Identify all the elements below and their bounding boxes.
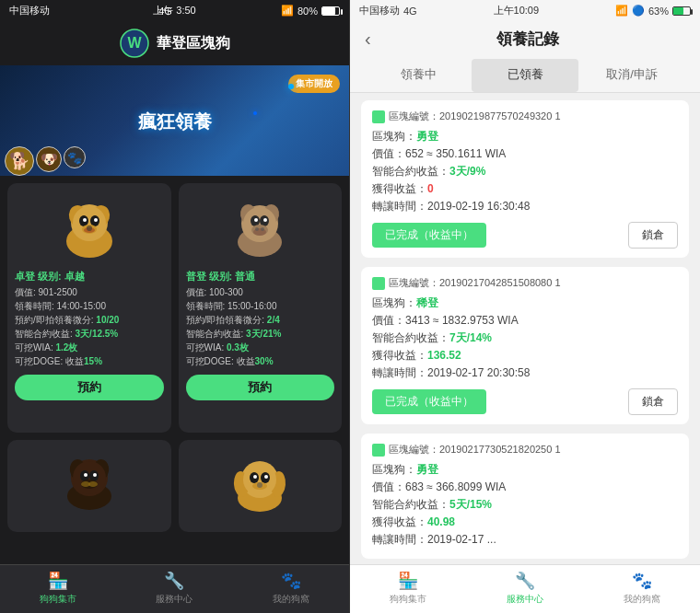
dog-1-price: 價值: 901-2500 (15, 286, 164, 299)
right-kennel-icon: 🐾 (632, 571, 652, 591)
dog-1-income: 智能合約收益: 3天/12.5% (15, 328, 164, 341)
left-bottom-nav: 🏪 狗狗集市 🔧 服務中心 🐾 我的狗窩 (0, 564, 349, 613)
right-network: 4G (403, 6, 417, 17)
left-status-bar: 中国移动 4G 上午 3:50 📶 80% (0, 0, 349, 21)
dog-1-quota: 預約/即拍領養微分: 10/20 (15, 314, 164, 327)
records-list: 區塊編號：20190219877570249320 1 區塊狗：勇登 價值：65… (350, 93, 700, 564)
right-header: ‹ 領養記錄 (350, 21, 700, 59)
dog-2-price: 價值: 100-300 (186, 286, 335, 299)
right-page-title: 領養記錄 (371, 29, 685, 50)
dog-card-4 (179, 440, 343, 532)
block-icon-3 (372, 444, 385, 457)
svg-point-47 (264, 475, 268, 479)
left-battery-icon (321, 6, 340, 16)
record-1-dog: 區塊狗：勇登 (372, 129, 678, 145)
dog-card-1: 卓登 级别: 卓越 價值: 901-2500 領養時間: 14:00-15:00… (7, 183, 171, 433)
record-3-transfer: 轉讓時間：2019-02-17 ... (372, 532, 678, 548)
lock-button-1[interactable]: 鎖倉 (628, 222, 678, 249)
kennel-icon: 🐾 (281, 571, 301, 591)
svg-point-49 (257, 482, 262, 488)
right-bluetooth-icon: 🔵 (632, 5, 645, 17)
dogs-grid: 卓登 级别: 卓越 價值: 901-2500 領養時間: 14:00-15:00… (0, 176, 349, 564)
banner-dogs: 🐕 🐶 🐾 (5, 146, 86, 176)
svg-point-46 (253, 475, 257, 479)
banner-dog-3: 🐾 (64, 146, 86, 168)
banner-glow-1 (288, 84, 294, 89)
nav-kennel[interactable]: 🐾 我的狗窩 (233, 571, 349, 606)
lock-button-2[interactable]: 鎖倉 (628, 388, 678, 415)
reserve-button-2[interactable]: 預約 (186, 375, 335, 400)
nav-right-service-label: 服務中心 (507, 593, 543, 606)
right-service-icon: 🔧 (515, 571, 535, 591)
app-logo-icon: W (120, 29, 149, 58)
svg-point-9 (83, 218, 87, 222)
dog-card-3 (7, 440, 171, 532)
dog-2-wia: 可挖WIA: 0.3枚 (186, 341, 335, 354)
svg-point-25 (255, 227, 259, 231)
record-1-value: 價值：652 ≈ 350.1611 WIA (372, 146, 678, 162)
tab-adopted[interactable]: 已領養 (472, 59, 578, 92)
complete-button-1[interactable]: 已完成（收益中） (372, 223, 486, 248)
svg-point-31 (73, 461, 106, 494)
nav-service[interactable]: 🔧 服務中心 (116, 571, 232, 606)
banner: 集市開放 瘋狂領養 🐕 🐶 🐾 (0, 65, 349, 176)
svg-point-6 (73, 206, 106, 239)
dog-1-time: 領養時間: 14:00-15:00 (15, 300, 164, 313)
record-1-contract: 智能合約收益：3天/9% (372, 164, 678, 179)
tab-adopting[interactable]: 領養中 (365, 59, 472, 92)
banner-dog-2: 🐶 (36, 146, 62, 172)
svg-point-38 (88, 481, 98, 487)
record-2-dog: 區塊狗：稀登 (372, 295, 678, 311)
svg-point-34 (84, 473, 88, 477)
record-1-transfer: 轉讓時間：2019-02-19 16:30:48 (372, 199, 678, 214)
right-status-bar: 中国移动 4G 上午10:09 📶 🔵 63% (350, 0, 700, 21)
right-time: 上午10:09 (494, 4, 540, 17)
record-3-earned: 獲得收益：40.98 (372, 515, 678, 530)
tab-cancel[interactable]: 取消/申訴 (578, 59, 685, 92)
record-2-transfer: 轉讓時間：2019-02-17 20:30:58 (372, 365, 678, 381)
dog-2-income: 智能合約收益: 3天/21% (186, 328, 335, 341)
dog-image-4 (223, 452, 297, 520)
record-3-contract: 智能合約收益：5天/15% (372, 497, 678, 513)
dog-card-2: 普登 级别: 普通 價值: 100-300 領養時間: 15:00-16:00 … (179, 183, 343, 433)
service-icon: 🔧 (164, 571, 184, 591)
back-button[interactable]: ‹ (365, 29, 371, 50)
dog-1-name: 卓登 级别: 卓越 (15, 270, 164, 283)
dog-1-doge: 可挖DOGE: 收益15% (15, 355, 164, 368)
record-2-contract: 智能合約收益：7天/14% (372, 330, 678, 346)
left-phone: 中国移动 4G 上午 3:50 📶 80% W 華登區塊狗 集市開放 瘋狂領養 … (0, 0, 350, 613)
record-card-2: 區塊編號：20190217042851508080 1 區塊狗：稀登 價值：34… (361, 267, 689, 424)
dog-2-time: 領養時間: 15:00-16:00 (186, 300, 335, 313)
record-2-actions: 已完成（收益中） 鎖倉 (372, 388, 678, 415)
right-battery-pct: 63% (648, 6, 669, 17)
reserve-button-1[interactable]: 預約 (15, 375, 164, 400)
nav-service-label: 服務中心 (156, 593, 192, 606)
nav-right-service[interactable]: 🔧 服務中心 (467, 571, 584, 606)
nav-kennel-label: 我的狗窩 (273, 593, 309, 606)
dog-2-doge: 可挖DOGE: 收益30% (186, 355, 335, 368)
svg-point-35 (93, 473, 97, 477)
block-icon-1 (372, 110, 385, 123)
nav-right-market[interactable]: 🏪 狗狗集市 (350, 571, 467, 606)
svg-point-43 (243, 463, 276, 496)
banner-dog-1: 🐕 (5, 146, 34, 176)
market-icon: 🏪 (48, 571, 68, 591)
right-wifi-icon: 📶 (615, 5, 628, 17)
right-battery-icon (672, 6, 691, 16)
left-carrier: 中国移动 (9, 4, 50, 17)
dog-1-wia: 可挖WIA: 1.2枚 (15, 341, 164, 354)
nav-right-kennel[interactable]: 🐾 我的狗窩 (583, 571, 700, 606)
record-card-3: 區塊編號：20190217730521820250 1 區塊狗：勇登 價值：68… (361, 434, 689, 559)
nav-market[interactable]: 🏪 狗狗集市 (0, 571, 116, 606)
dog-image-1 (52, 191, 126, 264)
complete-button-2[interactable]: 已完成（收益中） (372, 389, 486, 414)
nav-right-kennel-label: 我的狗窩 (624, 593, 660, 606)
record-1-earned: 獲得收益：0 (372, 181, 678, 197)
record-2-value: 價值：3413 ≈ 1832.9753 WIA (372, 313, 678, 329)
left-wifi-icon: 📶 (281, 5, 294, 17)
svg-point-21 (254, 218, 258, 222)
dog-2-quota: 預約/即拍領養微分: 2/4 (186, 314, 335, 327)
left-battery-pct: 80% (298, 6, 318, 17)
record-card-1: 區塊編號：20190219877570249320 1 區塊狗：勇登 價值：65… (361, 100, 689, 258)
right-market-icon: 🏪 (398, 571, 418, 591)
